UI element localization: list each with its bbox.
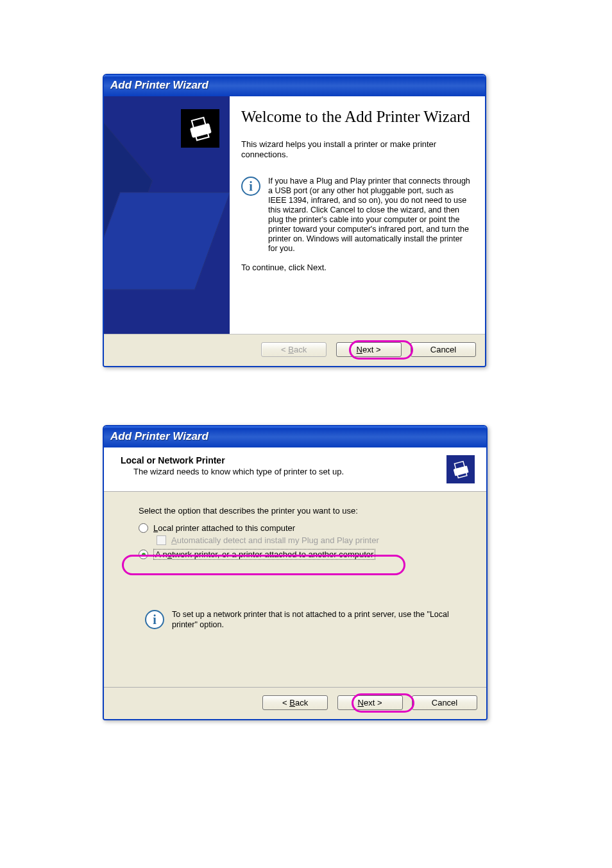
wizard-intro-text: This wizard helps you install a printer … bbox=[241, 139, 472, 161]
info-icon: i bbox=[145, 610, 164, 629]
printer-icon bbox=[450, 459, 471, 480]
next-button[interactable]: Next > bbox=[337, 695, 403, 710]
cancel-button[interactable]: Cancel bbox=[411, 342, 476, 357]
info-icon: i bbox=[241, 177, 260, 196]
local-printer-option[interactable]: Local printer attached to this computer bbox=[139, 523, 461, 533]
button-bar: < Back Next > Cancel bbox=[104, 687, 486, 719]
header-icon-box bbox=[446, 455, 475, 483]
radio-label: A network printer, or a printer attached… bbox=[153, 549, 375, 560]
titlebar[interactable]: Add Printer Wizard bbox=[104, 75, 485, 96]
prompt-text: Select the option that describes the pri… bbox=[139, 506, 461, 516]
add-printer-wizard-type-dialog: Add Printer Wizard Local or Network Prin… bbox=[103, 425, 488, 720]
cancel-button[interactable]: Cancel bbox=[412, 695, 477, 710]
auto-detect-option: Automatically detect and install my Plug… bbox=[157, 535, 461, 545]
header-subtitle: The wizard needs to know which type of p… bbox=[133, 467, 344, 476]
decorative-cube-graphic bbox=[104, 153, 230, 334]
radio-label: Local printer attached to this computer bbox=[153, 523, 295, 533]
dialog-body: Welcome to the Add Printer Wizard This w… bbox=[104, 96, 485, 334]
back-button: < Back bbox=[261, 342, 327, 357]
radio-icon bbox=[139, 550, 148, 559]
radio-icon bbox=[139, 523, 148, 533]
next-button[interactable]: Next > bbox=[336, 342, 402, 357]
titlebar[interactable]: Add Printer Wizard bbox=[104, 426, 486, 447]
add-printer-wizard-welcome-dialog: Add Printer Wizard Welcome to the Add Pr… bbox=[103, 74, 486, 367]
info-text: To set up a network printer that is not … bbox=[172, 610, 461, 630]
checkbox-label: Automatically detect and install my Plug… bbox=[171, 535, 379, 545]
checkbox-icon bbox=[157, 535, 166, 545]
header-title: Local or Network Printer bbox=[121, 455, 344, 465]
network-printer-option[interactable]: A network printer, or a printer attached… bbox=[139, 549, 461, 560]
back-button[interactable]: < Back bbox=[262, 695, 328, 710]
wizard-heading: Welcome to the Add Printer Wizard bbox=[241, 108, 472, 126]
printer-icon bbox=[186, 114, 214, 143]
wizard-content: Welcome to the Add Printer Wizard This w… bbox=[230, 96, 485, 334]
info-text: If you have a Plug and Play printer that… bbox=[268, 177, 472, 254]
wizard-header: Local or Network Printer The wizard need… bbox=[104, 447, 486, 492]
button-bar: < Back Next > Cancel bbox=[104, 334, 485, 366]
info-row: i If you have a Plug and Play printer th… bbox=[241, 177, 472, 254]
wizard-side-panel bbox=[104, 96, 230, 334]
continue-text: To continue, click Next. bbox=[241, 263, 472, 272]
info-row: i To set up a network printer that is no… bbox=[145, 610, 461, 630]
dialog-body: Select the option that describes the pri… bbox=[104, 492, 486, 687]
wizard-icon-box bbox=[181, 109, 219, 148]
